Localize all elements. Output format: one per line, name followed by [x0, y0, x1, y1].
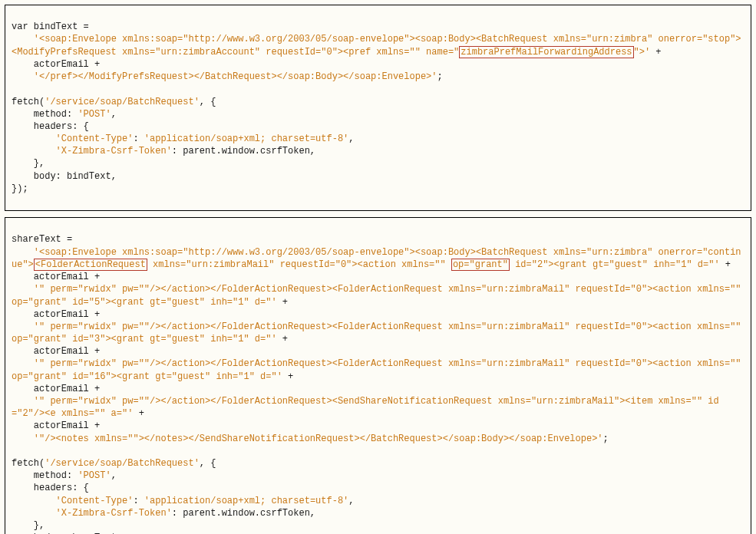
line: var bindText = — [12, 21, 89, 32]
line: headers: { — [34, 483, 89, 493]
highlight-op-grant: op="grant" — [451, 259, 510, 271]
string-literal: 'X-Zimbra-Csrf-Token' — [56, 508, 172, 519]
plus: + — [720, 259, 731, 270]
punct: : — [133, 134, 144, 144]
code-block-2: shareText = '<soap:Envelope xmlns:soap="… — [5, 217, 751, 534]
string-literal: '</pref></ModifyPrefsRequest></BatchRequ… — [34, 71, 437, 82]
string-literal: 'application/soap+xml; charset=utf-8' — [144, 496, 348, 506]
string-literal: 'application/soap+xml; charset=utf-8' — [144, 134, 348, 144]
line: : parent.window.csrfToken, — [172, 508, 315, 519]
string-literal: '"/><notes xmlns=""></notes></SendShareN… — [34, 433, 603, 444]
actor-email: actorEmail + — [34, 309, 100, 320]
plus: + — [277, 334, 288, 344]
punct: , — [348, 496, 354, 506]
actor-email: actorEmail + — [34, 346, 100, 357]
actor-email: actorEmail + — [34, 384, 100, 394]
line: actorEmail + — [34, 59, 100, 70]
line: headers: { — [34, 121, 89, 132]
line: }, — [34, 158, 45, 169]
code-content-1: var bindText = '<soap:Envelope xmlns:soa… — [12, 21, 744, 195]
plus: + — [133, 408, 144, 419]
highlight-folder-action: <FolderActionRequest — [34, 259, 147, 271]
string-literal: 'POST' — [78, 470, 111, 481]
string-literal: '" perm="rwidx" pw=""/></action></Folder… — [12, 284, 747, 307]
punct: : — [133, 496, 144, 506]
fetch-call: fetch( — [12, 97, 45, 107]
string-literal: 'X-Zimbra-Csrf-Token' — [56, 146, 172, 157]
string-literal: id="2"><grant gt="guest" inh="1" d="' — [510, 259, 720, 270]
string-literal: 'Content-Type' — [56, 134, 134, 144]
actor-email: actorEmail + — [34, 420, 100, 431]
code-content-2: shareText = '<soap:Envelope xmlns:soap="… — [12, 233, 744, 534]
string-literal: 'Content-Type' — [56, 496, 134, 506]
string-literal: xmlns="urn:zimbraMail" requestId="0"><ac… — [147, 259, 451, 270]
punct: , — [111, 109, 117, 120]
plus: + — [650, 47, 661, 58]
string-literal: '" perm="rwidx" pw=""/></action></Folder… — [12, 321, 747, 344]
semi: ; — [603, 433, 609, 444]
line: }, — [34, 520, 45, 531]
punct: , — [348, 134, 354, 144]
string-literal: '" perm="rwidx" pw=""/></action></Folder… — [12, 396, 719, 419]
actor-email: actorEmail + — [34, 272, 100, 282]
punct: , { — [200, 97, 216, 107]
line: method: — [34, 470, 78, 481]
punct: , — [111, 470, 117, 481]
semi: ; — [437, 71, 443, 82]
string-literal: '/service/soap/BatchRequest' — [45, 97, 200, 107]
highlight-zimbra-pref: zimbraPrefMailForwardingAddress — [459, 46, 633, 58]
fetch-call: fetch( — [12, 458, 45, 469]
line: : parent.window.csrfToken, — [172, 146, 315, 157]
string-literal: '" perm="rwidx" pw=""/></action></Folder… — [12, 358, 747, 381]
punct: , { — [200, 458, 216, 469]
line: method: — [34, 109, 78, 120]
code-block-1: var bindText = '<soap:Envelope xmlns:soa… — [5, 5, 751, 211]
string-literal: ">' — [634, 47, 651, 58]
string-literal: 'POST' — [78, 109, 111, 120]
line: body: bindText, — [34, 171, 117, 182]
plus: + — [277, 297, 288, 308]
line: shareText = — [12, 234, 72, 245]
line: }); — [12, 183, 28, 194]
plus: + — [282, 371, 293, 382]
string-literal: '/service/soap/BatchRequest' — [45, 458, 200, 469]
